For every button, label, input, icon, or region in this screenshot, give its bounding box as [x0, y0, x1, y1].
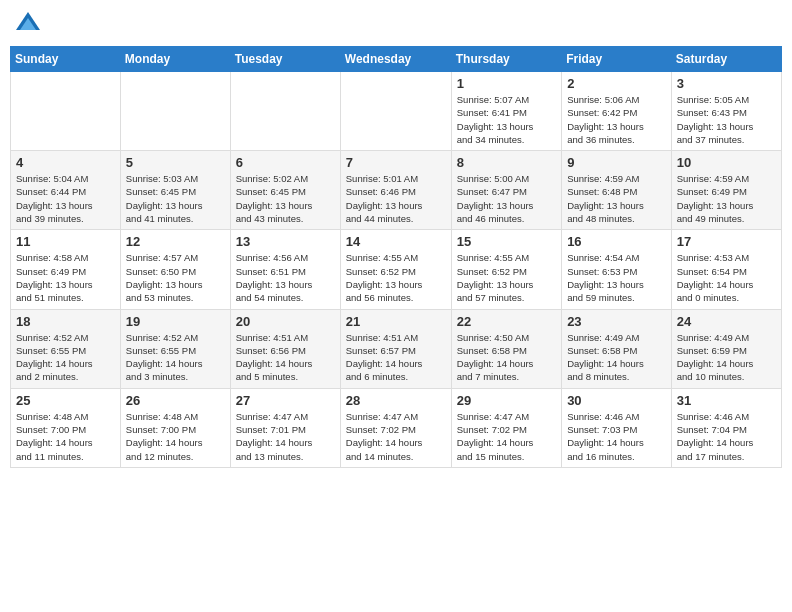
- calendar-cell: 24Sunrise: 4:49 AMSunset: 6:59 PMDayligh…: [671, 309, 781, 388]
- calendar-cell: [11, 72, 121, 151]
- day-number: 13: [236, 234, 335, 249]
- calendar-cell: 6Sunrise: 5:02 AMSunset: 6:45 PMDaylight…: [230, 151, 340, 230]
- day-info: Sunrise: 4:52 AMSunset: 6:55 PMDaylight:…: [16, 331, 115, 384]
- calendar-week-row: 4Sunrise: 5:04 AMSunset: 6:44 PMDaylight…: [11, 151, 782, 230]
- day-number: 15: [457, 234, 556, 249]
- calendar-week-row: 25Sunrise: 4:48 AMSunset: 7:00 PMDayligh…: [11, 388, 782, 467]
- calendar-cell: 16Sunrise: 4:54 AMSunset: 6:53 PMDayligh…: [562, 230, 672, 309]
- day-info: Sunrise: 5:02 AMSunset: 6:45 PMDaylight:…: [236, 172, 335, 225]
- calendar-week-row: 18Sunrise: 4:52 AMSunset: 6:55 PMDayligh…: [11, 309, 782, 388]
- calendar-cell: [340, 72, 451, 151]
- day-number: 24: [677, 314, 776, 329]
- calendar-cell: 20Sunrise: 4:51 AMSunset: 6:56 PMDayligh…: [230, 309, 340, 388]
- calendar-cell: 7Sunrise: 5:01 AMSunset: 6:46 PMDaylight…: [340, 151, 451, 230]
- day-info: Sunrise: 4:55 AMSunset: 6:52 PMDaylight:…: [457, 251, 556, 304]
- day-number: 26: [126, 393, 225, 408]
- day-number: 23: [567, 314, 666, 329]
- day-info: Sunrise: 4:59 AMSunset: 6:49 PMDaylight:…: [677, 172, 776, 225]
- weekday-header-thursday: Thursday: [451, 47, 561, 72]
- weekday-header-tuesday: Tuesday: [230, 47, 340, 72]
- day-number: 30: [567, 393, 666, 408]
- day-number: 17: [677, 234, 776, 249]
- page-header: [10, 10, 782, 38]
- calendar-cell: 1Sunrise: 5:07 AMSunset: 6:41 PMDaylight…: [451, 72, 561, 151]
- calendar-cell: 4Sunrise: 5:04 AMSunset: 6:44 PMDaylight…: [11, 151, 121, 230]
- day-info: Sunrise: 4:51 AMSunset: 6:57 PMDaylight:…: [346, 331, 446, 384]
- calendar-cell: [230, 72, 340, 151]
- day-info: Sunrise: 5:00 AMSunset: 6:47 PMDaylight:…: [457, 172, 556, 225]
- day-number: 25: [16, 393, 115, 408]
- day-number: 10: [677, 155, 776, 170]
- calendar-cell: 9Sunrise: 4:59 AMSunset: 6:48 PMDaylight…: [562, 151, 672, 230]
- day-info: Sunrise: 4:54 AMSunset: 6:53 PMDaylight:…: [567, 251, 666, 304]
- weekday-header-sunday: Sunday: [11, 47, 121, 72]
- day-number: 4: [16, 155, 115, 170]
- day-info: Sunrise: 5:01 AMSunset: 6:46 PMDaylight:…: [346, 172, 446, 225]
- day-info: Sunrise: 4:49 AMSunset: 6:58 PMDaylight:…: [567, 331, 666, 384]
- day-number: 12: [126, 234, 225, 249]
- day-number: 11: [16, 234, 115, 249]
- logo-icon: [14, 10, 42, 38]
- day-number: 19: [126, 314, 225, 329]
- day-info: Sunrise: 5:05 AMSunset: 6:43 PMDaylight:…: [677, 93, 776, 146]
- calendar-cell: 2Sunrise: 5:06 AMSunset: 6:42 PMDaylight…: [562, 72, 672, 151]
- day-number: 8: [457, 155, 556, 170]
- day-info: Sunrise: 4:46 AMSunset: 7:03 PMDaylight:…: [567, 410, 666, 463]
- day-number: 6: [236, 155, 335, 170]
- day-number: 18: [16, 314, 115, 329]
- day-info: Sunrise: 4:53 AMSunset: 6:54 PMDaylight:…: [677, 251, 776, 304]
- day-info: Sunrise: 4:47 AMSunset: 7:01 PMDaylight:…: [236, 410, 335, 463]
- weekday-header-wednesday: Wednesday: [340, 47, 451, 72]
- day-info: Sunrise: 4:48 AMSunset: 7:00 PMDaylight:…: [16, 410, 115, 463]
- day-info: Sunrise: 4:56 AMSunset: 6:51 PMDaylight:…: [236, 251, 335, 304]
- day-number: 3: [677, 76, 776, 91]
- day-info: Sunrise: 4:46 AMSunset: 7:04 PMDaylight:…: [677, 410, 776, 463]
- day-info: Sunrise: 5:03 AMSunset: 6:45 PMDaylight:…: [126, 172, 225, 225]
- calendar-cell: 12Sunrise: 4:57 AMSunset: 6:50 PMDayligh…: [120, 230, 230, 309]
- calendar-cell: 29Sunrise: 4:47 AMSunset: 7:02 PMDayligh…: [451, 388, 561, 467]
- day-number: 21: [346, 314, 446, 329]
- calendar-cell: 18Sunrise: 4:52 AMSunset: 6:55 PMDayligh…: [11, 309, 121, 388]
- calendar-cell: 19Sunrise: 4:52 AMSunset: 6:55 PMDayligh…: [120, 309, 230, 388]
- calendar-cell: 26Sunrise: 4:48 AMSunset: 7:00 PMDayligh…: [120, 388, 230, 467]
- day-number: 16: [567, 234, 666, 249]
- calendar-cell: 13Sunrise: 4:56 AMSunset: 6:51 PMDayligh…: [230, 230, 340, 309]
- day-info: Sunrise: 4:50 AMSunset: 6:58 PMDaylight:…: [457, 331, 556, 384]
- calendar-cell: 5Sunrise: 5:03 AMSunset: 6:45 PMDaylight…: [120, 151, 230, 230]
- day-info: Sunrise: 4:52 AMSunset: 6:55 PMDaylight:…: [126, 331, 225, 384]
- calendar-cell: 3Sunrise: 5:05 AMSunset: 6:43 PMDaylight…: [671, 72, 781, 151]
- calendar-cell: 23Sunrise: 4:49 AMSunset: 6:58 PMDayligh…: [562, 309, 672, 388]
- calendar-cell: 25Sunrise: 4:48 AMSunset: 7:00 PMDayligh…: [11, 388, 121, 467]
- day-info: Sunrise: 4:49 AMSunset: 6:59 PMDaylight:…: [677, 331, 776, 384]
- day-number: 29: [457, 393, 556, 408]
- calendar-cell: 21Sunrise: 4:51 AMSunset: 6:57 PMDayligh…: [340, 309, 451, 388]
- calendar-cell: 11Sunrise: 4:58 AMSunset: 6:49 PMDayligh…: [11, 230, 121, 309]
- day-number: 31: [677, 393, 776, 408]
- day-info: Sunrise: 4:47 AMSunset: 7:02 PMDaylight:…: [457, 410, 556, 463]
- calendar-cell: 27Sunrise: 4:47 AMSunset: 7:01 PMDayligh…: [230, 388, 340, 467]
- day-info: Sunrise: 4:48 AMSunset: 7:00 PMDaylight:…: [126, 410, 225, 463]
- calendar-header: SundayMondayTuesdayWednesdayThursdayFrid…: [11, 47, 782, 72]
- calendar-cell: 31Sunrise: 4:46 AMSunset: 7:04 PMDayligh…: [671, 388, 781, 467]
- day-number: 1: [457, 76, 556, 91]
- day-number: 7: [346, 155, 446, 170]
- day-info: Sunrise: 5:07 AMSunset: 6:41 PMDaylight:…: [457, 93, 556, 146]
- calendar-cell: 15Sunrise: 4:55 AMSunset: 6:52 PMDayligh…: [451, 230, 561, 309]
- day-number: 14: [346, 234, 446, 249]
- weekday-header-monday: Monday: [120, 47, 230, 72]
- day-info: Sunrise: 4:51 AMSunset: 6:56 PMDaylight:…: [236, 331, 335, 384]
- day-number: 20: [236, 314, 335, 329]
- calendar-cell: 14Sunrise: 4:55 AMSunset: 6:52 PMDayligh…: [340, 230, 451, 309]
- calendar-cell: 22Sunrise: 4:50 AMSunset: 6:58 PMDayligh…: [451, 309, 561, 388]
- day-info: Sunrise: 5:04 AMSunset: 6:44 PMDaylight:…: [16, 172, 115, 225]
- calendar-cell: 17Sunrise: 4:53 AMSunset: 6:54 PMDayligh…: [671, 230, 781, 309]
- weekday-header-saturday: Saturday: [671, 47, 781, 72]
- day-info: Sunrise: 4:57 AMSunset: 6:50 PMDaylight:…: [126, 251, 225, 304]
- day-info: Sunrise: 4:59 AMSunset: 6:48 PMDaylight:…: [567, 172, 666, 225]
- weekday-header-row: SundayMondayTuesdayWednesdayThursdayFrid…: [11, 47, 782, 72]
- calendar-cell: 8Sunrise: 5:00 AMSunset: 6:47 PMDaylight…: [451, 151, 561, 230]
- calendar-cell: 10Sunrise: 4:59 AMSunset: 6:49 PMDayligh…: [671, 151, 781, 230]
- day-info: Sunrise: 4:47 AMSunset: 7:02 PMDaylight:…: [346, 410, 446, 463]
- logo: [14, 10, 46, 38]
- calendar-cell: 28Sunrise: 4:47 AMSunset: 7:02 PMDayligh…: [340, 388, 451, 467]
